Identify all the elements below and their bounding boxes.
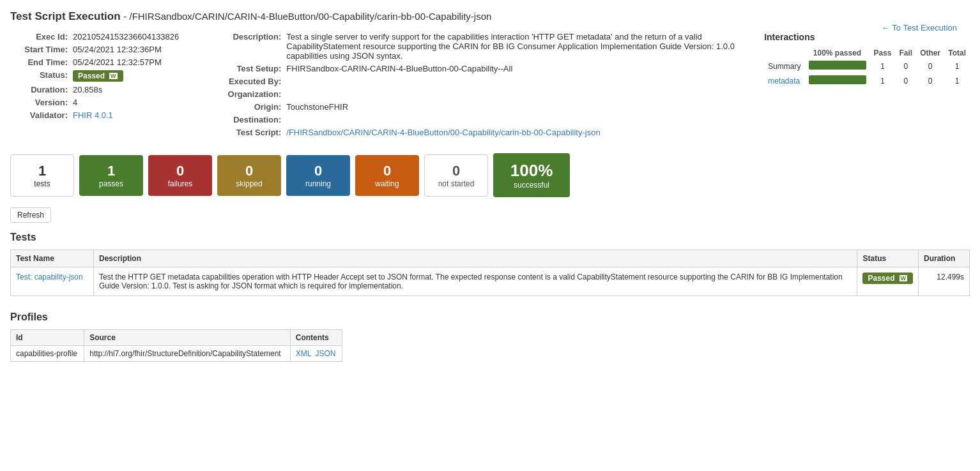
- test-row-description: Test the HTTP GET metadata capabilities …: [94, 267, 857, 296]
- profile-json-link[interactable]: JSON: [315, 349, 335, 358]
- status-label: Status:: [10, 70, 68, 82]
- profiles-section-title: Profiles: [10, 311, 970, 323]
- interactions-col-other: Other: [916, 47, 944, 59]
- profile-row-contents: XMLJSON: [290, 346, 342, 362]
- end-time-label: End Time:: [10, 57, 68, 67]
- interactions-row-name: Summary: [764, 59, 804, 73]
- stat-not-started-label: not started: [435, 179, 477, 188]
- test-row-name: Test: capability-json: [11, 267, 94, 296]
- stat-skipped-label: skipped: [227, 179, 271, 188]
- meta-block: Exec Id: 20210524153236604133826 Start T…: [10, 32, 179, 140]
- tests-section-title: Tests: [10, 232, 970, 243]
- origin-value: TouchstoneFHIR: [286, 102, 739, 112]
- profiles-col-source: Source: [84, 330, 291, 346]
- test-row-duration: 12.499s: [919, 267, 970, 296]
- stat-failures: 0 failures: [148, 155, 212, 196]
- stat-running-label: running: [296, 179, 340, 188]
- title-path: - /FHIRSandbox/CARIN/CARIN-4-BlueButton/…: [123, 11, 491, 22]
- stat-not-started: 0 not started: [424, 154, 488, 197]
- stat-waiting-number: 0: [365, 163, 409, 179]
- stat-tests-label: tests: [21, 179, 63, 188]
- validator-link[interactable]: FHIR 4.0.1: [73, 110, 113, 120]
- validator-label: Validator:: [10, 110, 68, 120]
- desc-value: Test a single server to verify support f…: [286, 32, 739, 61]
- stat-running: 0 running: [286, 155, 350, 196]
- interactions-table: 100% passed Pass Fail Other Total Summar…: [764, 47, 970, 88]
- stat-running-number: 0: [296, 163, 340, 179]
- stat-failures-label: failures: [158, 179, 202, 188]
- stat-successful-number: 100%: [503, 161, 560, 181]
- duration-label: Duration:: [10, 85, 68, 94]
- stat-tests-number: 1: [21, 163, 63, 179]
- test-status-badge: PassedW: [862, 273, 913, 284]
- test-setup-value: FHIRSandbox-CARIN-CARIN-4-BlueButton-00-…: [286, 64, 739, 73]
- stat-passes: 1 passes: [79, 155, 143, 196]
- stat-waiting-label: waiting: [365, 179, 409, 188]
- destination-label: Destination:: [204, 115, 281, 124]
- stat-skipped: 0 skipped: [217, 155, 281, 196]
- interactions-row-bar: [805, 59, 870, 73]
- executed-by-value: [286, 77, 739, 86]
- organization-value: [286, 89, 739, 99]
- to-test-execution-link[interactable]: ← To Test Execution: [882, 23, 957, 33]
- profile-row-id: capabilities-profile: [11, 346, 84, 362]
- exec-id-value: 20210524153236604133826: [73, 32, 179, 41]
- tests-col-name: Test Name: [11, 250, 94, 267]
- tests-col-status: Status: [857, 250, 919, 267]
- interactions-row-link[interactable]: metadata: [768, 77, 800, 86]
- interactions-title: Interactions: [764, 32, 970, 42]
- profiles-col-contents: Contents: [290, 330, 342, 346]
- stat-skipped-number: 0: [227, 163, 271, 179]
- profiles-table: Id Source Contents capabilities-profileh…: [10, 329, 342, 362]
- start-time-label: Start Time:: [10, 45, 68, 54]
- validator-value: FHIR 4.0.1: [73, 110, 113, 120]
- executed-by-label: Executed By:: [204, 77, 281, 86]
- profiles-col-id: Id: [11, 330, 84, 346]
- test-script-value: /FHIRSandbox/CARIN/CARIN-4-BlueButton/00…: [286, 128, 739, 137]
- stat-waiting: 0 waiting: [355, 155, 419, 196]
- profile-row-source: http://hl7.org/fhir/StructureDefinition/…: [84, 346, 291, 362]
- destination-value: [286, 115, 739, 124]
- test-script-link[interactable]: /FHIRSandbox/CARIN/CARIN-4-BlueButton/00…: [286, 128, 600, 137]
- desc-label: Description:: [204, 32, 281, 61]
- interactions-row-name: metadata: [764, 73, 804, 88]
- interactions-row-other: 0: [916, 59, 944, 73]
- interactions-row-pass: 1: [870, 59, 896, 73]
- refresh-button[interactable]: Refresh: [10, 207, 51, 223]
- tests-col-description: Description: [94, 250, 857, 267]
- status-badge: Passed W: [73, 70, 123, 82]
- page-title: Test Script Execution - /FHIRSandbox/CAR…: [10, 10, 491, 23]
- organization-label: Organization:: [204, 89, 281, 99]
- interactions-row-total: 1: [944, 73, 970, 88]
- interactions-row-pass: 1: [870, 73, 896, 88]
- interactions-row-bar: [805, 73, 870, 88]
- title-main: Test Script Execution: [10, 10, 121, 22]
- test-setup-label: Test Setup:: [204, 64, 281, 73]
- profile-xml-link[interactable]: XML: [296, 349, 312, 358]
- stat-tests: 1 tests: [10, 154, 74, 197]
- interactions-col-name: [764, 47, 804, 59]
- exec-id-label: Exec Id:: [10, 32, 68, 41]
- stat-failures-number: 0: [158, 163, 202, 179]
- start-time-value: 05/24/2021 12:32:36PM: [73, 45, 162, 54]
- version-label: Version:: [10, 98, 68, 107]
- stat-successful-label: successful: [503, 181, 560, 190]
- stat-passes-label: passes: [89, 179, 133, 188]
- description-block: Description: Test a single server to ver…: [204, 32, 739, 140]
- interactions-row-total: 1: [944, 59, 970, 73]
- interactions-col-pass: Pass: [870, 47, 896, 59]
- test-name-link[interactable]: Test: capability-json: [16, 273, 83, 281]
- version-value: 4: [73, 98, 77, 107]
- interactions-col-total: Total: [944, 47, 970, 59]
- end-time-value: 05/24/2021 12:32:57PM: [73, 57, 162, 67]
- interactions-col-pct: 100% passed: [805, 47, 870, 59]
- test-script-label: Test Script:: [204, 128, 281, 137]
- status-value: Passed W: [73, 70, 123, 82]
- duration-value: 20.858s: [73, 85, 102, 94]
- interactions-row-fail: 0: [896, 73, 917, 88]
- origin-label: Origin:: [204, 102, 281, 112]
- interactions-row-fail: 0: [896, 59, 917, 73]
- interactions-row-other: 0: [916, 73, 944, 88]
- test-row-status: PassedW: [857, 267, 919, 296]
- stat-successful: 100% successful: [493, 153, 570, 197]
